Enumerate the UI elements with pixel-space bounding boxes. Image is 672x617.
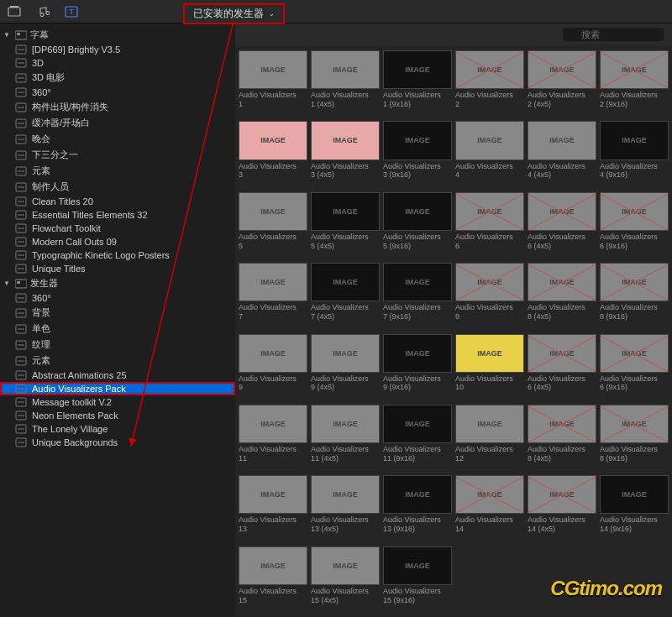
thumbnail[interactable]: IMAGEAudio Visualizers2 (4x5) (528, 50, 596, 116)
thumbnail[interactable]: IMAGEAudio Visualizers3 (9x16) (383, 121, 452, 186)
sidebar-item[interactable]: 下三分之一 (0, 147, 235, 163)
search-input[interactable] (563, 28, 664, 41)
thumbnail[interactable]: IMAGEAudio Visualizers10 (455, 334, 524, 400)
preset-icon (15, 264, 27, 274)
sidebar-item[interactable]: Abstract Animations 25 (0, 369, 235, 382)
sidebar-item[interactable]: 3D 电影 (0, 70, 235, 86)
thumbnail[interactable]: IMAGEAudio Visualizers13 (239, 475, 307, 541)
sidebar-item[interactable]: 背景 (0, 305, 235, 321)
thumbnail[interactable]: IMAGEAudio Visualizers8 (9x16) (600, 263, 669, 328)
thumbnail[interactable]: IMAGEAudio Visualizers6 (9x16) (600, 192, 669, 258)
sidebar-item-label: 元素 (32, 165, 50, 177)
thumbnail[interactable]: IMAGEAudio Visualizers14 (9x16) (600, 475, 669, 541)
sidebar-item[interactable]: 制作人员 (0, 179, 235, 195)
thumbnail-label: Audio Visualizers14 (4x5) (528, 514, 596, 536)
thumbnail[interactable]: IMAGEAudio Visualizers4 (9x16) (600, 121, 669, 186)
thumbnail[interactable]: IMAGEAudio Visualizers11 (239, 405, 307, 470)
preset-icon (15, 166, 27, 176)
thumbnail[interactable]: IMAGEAudio Visualizers6 (9x16) (600, 334, 669, 400)
sidebar-item[interactable]: The Lonely Village (0, 422, 235, 436)
sidebar-item[interactable]: Audio Visualizers Pack (0, 382, 235, 395)
thumbnail[interactable]: IMAGEAudio Visualizers2 (455, 50, 524, 116)
thumbnail[interactable]: IMAGEAudio Visualizers11 (4x5) (311, 405, 380, 470)
sidebar-category[interactable]: ▼字幕 (0, 27, 235, 43)
thumbnail[interactable]: IMAGEAudio Visualizers5 (9x16) (383, 192, 452, 258)
thumbnail[interactable]: IMAGEAudio Visualizers7 (239, 263, 307, 328)
thumbnail[interactable]: IMAGEAudio Visualizers7 (9x16) (383, 263, 452, 328)
thumbnail-image: IMAGE (600, 192, 669, 231)
sidebar-category[interactable]: ▼发生器 (0, 275, 235, 291)
thumbnail-image: IMAGE (383, 263, 452, 301)
thumbnail-image: IMAGE (311, 546, 380, 585)
preset-icon (15, 356, 27, 366)
thumbnail[interactable]: IMAGEAudio Visualizers2 (9x16) (600, 50, 669, 116)
sidebar-item[interactable]: Message toolkit V.2 (0, 395, 235, 409)
sidebar-item[interactable]: 元素 (0, 163, 235, 179)
thumbnail[interactable]: IMAGEAudio Visualizers13 (9x16) (383, 475, 452, 541)
sidebar-item[interactable]: Flowchart Toolkit (0, 222, 235, 235)
thumbnail-label: Audio Visualizers5 (239, 231, 307, 253)
svg-rect-5 (17, 33, 20, 35)
thumbnail[interactable]: IMAGEAudio Visualizers1 (4x5) (311, 50, 380, 116)
thumbnail-label: Audio Visualizers9 (4x5) (311, 373, 380, 395)
thumbnail[interactable]: IMAGEAudio Visualizers9 (9x16) (383, 334, 452, 400)
sidebar-item[interactable]: 晚会 (0, 131, 235, 147)
generators-filter-dropdown[interactable]: 已安装的发生器 ⌄ (183, 3, 285, 24)
preset-icon (15, 410, 27, 421)
preset-icon (15, 223, 27, 233)
thumbnail-image: IMAGE (383, 121, 452, 159)
thumbnail[interactable]: IMAGEAudio Visualizers13 (4x5) (311, 475, 380, 541)
thumbnail[interactable]: IMAGEAudio Visualizers8 (4x5) (528, 263, 596, 328)
thumbnail[interactable]: IMAGEAudio Visualizers4 (455, 121, 524, 186)
thumbnail-image: IMAGE (239, 50, 307, 89)
thumbnail[interactable]: IMAGEAudio Visualizers8 (455, 263, 524, 328)
thumbnail[interactable]: IMAGEAudio Visualizers6 (455, 192, 524, 258)
sidebar-item[interactable]: 360° (0, 291, 235, 305)
sidebar-item[interactable]: 元素 (0, 353, 235, 369)
thumbnail[interactable]: IMAGEAudio Visualizers1 (9x16) (383, 50, 452, 116)
thumbnail-image: IMAGE (239, 263, 307, 301)
sidebar-item[interactable]: Essential Titles Elements 32 (0, 208, 235, 222)
thumbnail[interactable]: IMAGEAudio Visualizers14 (4x5) (528, 475, 596, 541)
sidebar-item-label: 纹理 (32, 338, 50, 351)
thumbnail[interactable]: IMAGEAudio Visualizers6 (4x5) (528, 192, 596, 258)
music-library-icon[interactable] (35, 4, 50, 19)
sidebar-item[interactable]: 单色 (0, 321, 235, 337)
sidebar-item-label: Flowchart Toolkit (32, 223, 101, 233)
sidebar-item[interactable]: Unique Titles (0, 262, 235, 275)
thumbnail[interactable]: IMAGEAudio Visualizers11 (9x16) (383, 405, 452, 470)
sidebar-item[interactable]: Unique Backgrounds (0, 436, 235, 449)
thumbnail[interactable]: IMAGEAudio Visualizers9 (4x5) (311, 334, 380, 400)
sidebar-item[interactable]: Neon Elements Pack (0, 409, 235, 422)
media-library-icon[interactable] (7, 4, 22, 19)
thumbnail[interactable]: IMAGEAudio Visualizers7 (4x5) (311, 263, 380, 328)
thumbnail[interactable]: IMAGEAudio Visualizers3 (4x5) (311, 121, 380, 186)
thumbnail[interactable]: IMAGEAudio Visualizers9 (239, 334, 307, 400)
thumbnail-label: Audio Visualizers1 (4x5) (311, 89, 380, 111)
thumbnail[interactable]: IMAGEAudio Visualizers15 (4x5) (311, 546, 380, 612)
thumbnail-image: IMAGE (455, 405, 524, 443)
sidebar-item[interactable]: 3D (0, 56, 235, 70)
sidebar-item[interactable]: 构件出现/构件消失 (0, 99, 235, 115)
thumbnail[interactable]: IMAGEAudio Visualizers5 (4x5) (311, 192, 380, 258)
thumbnail[interactable]: IMAGEAudio Visualizers6 (4x5) (528, 334, 596, 400)
thumbnail[interactable]: IMAGEAudio Visualizers14 (455, 475, 524, 541)
thumbnail[interactable]: IMAGEAudio Visualizers15 (239, 546, 307, 612)
thumbnail[interactable]: IMAGEAudio Visualizers12 (455, 405, 524, 470)
thumbnail[interactable]: IMAGEAudio Visualizers3 (239, 121, 307, 186)
sidebar-item[interactable]: 360° (0, 86, 235, 99)
thumbnail[interactable]: IMAGEAudio Visualizers15 (9x16) (383, 546, 452, 612)
sidebar-item[interactable]: Clean Titles 20 (0, 195, 235, 208)
thumbnail[interactable]: IMAGEAudio Visualizers4 (4x5) (528, 121, 596, 186)
thumbnail[interactable]: IMAGEAudio Visualizers5 (239, 192, 307, 258)
sidebar-item[interactable]: Modern Call Outs 09 (0, 235, 235, 248)
thumbnail[interactable]: IMAGEAudio Visualizers8 (4x5) (528, 405, 596, 470)
thumbnail-label: Audio Visualizers7 (9x16) (383, 301, 452, 323)
sidebar-item[interactable]: [DP669] Brightly V3.5 (0, 43, 235, 56)
sidebar-item[interactable]: 缓冲器/开场白 (0, 115, 235, 131)
thumbnail[interactable]: IMAGEAudio Visualizers1 (239, 50, 307, 116)
sidebar-item[interactable]: 纹理 (0, 337, 235, 353)
thumbnail[interactable]: IMAGEAudio Visualizers8 (9x16) (600, 405, 669, 470)
sidebar-item[interactable]: Typographic Kinetic Logo Posters (0, 248, 235, 262)
titles-library-icon[interactable]: T (64, 4, 79, 19)
